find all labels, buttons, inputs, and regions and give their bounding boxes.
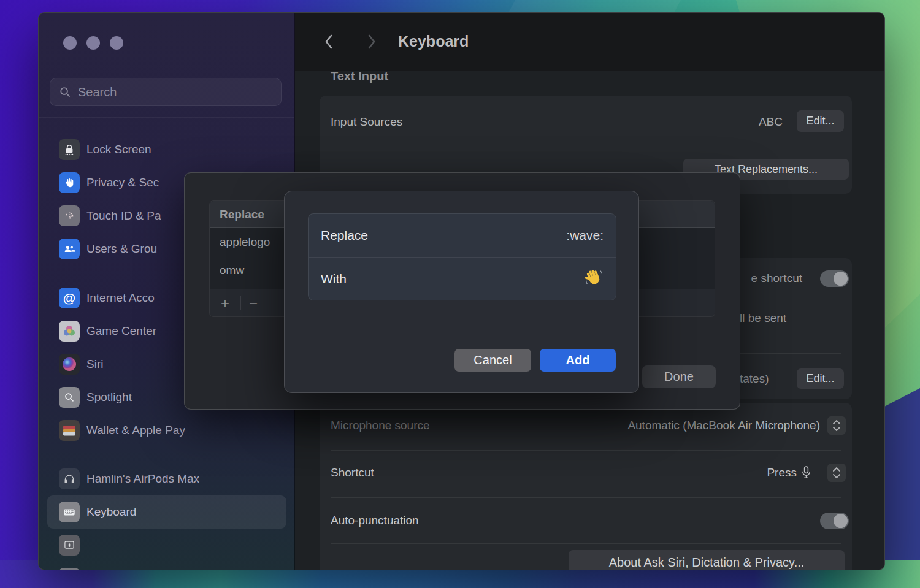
up-down-chevrons-icon (831, 419, 842, 432)
language-fragment-text: tates) (740, 372, 769, 386)
sidebar-item-label: Lock Screen (86, 143, 151, 156)
minimize-button[interactable] (86, 36, 100, 50)
forward-button[interactable] (362, 31, 381, 53)
sidebar-item-lock-screen[interactable]: Lock Screen (47, 133, 286, 166)
sidebar-item-label: Game Center (86, 324, 156, 338)
microphone-source-stepper[interactable] (827, 416, 846, 435)
wave-emoji-icon (584, 268, 604, 288)
input-sources-label: Input Sources (331, 115, 402, 129)
sidebar-item-label: Spotlight (86, 391, 132, 404)
microphone-source-label: Microphone source (331, 419, 430, 432)
search-icon (59, 86, 71, 98)
sidebar-item-label: Users & Grou (86, 242, 157, 256)
desktop: Search Lock Screen Privacy & Sec Touch I… (0, 0, 920, 588)
replace-field[interactable]: Replace :wave: (309, 214, 616, 257)
replacement-form: Replace :wave: With 👋 (308, 213, 616, 300)
game-center-icon (59, 321, 80, 342)
shortcut-label: Shortcut (331, 466, 374, 479)
hand-icon (59, 172, 80, 193)
shortcut-stepper[interactable] (827, 464, 846, 482)
sidebar-item-trackpad[interactable] (47, 529, 286, 562)
cancel-button[interactable]: Cancel (454, 349, 531, 372)
shortcut-fragment-text: e shortcut (751, 272, 802, 285)
sidebar-item-label: Hamlin's AirPods Max (86, 472, 199, 486)
auto-punctuation-label: Auto-punctuation (331, 514, 419, 527)
sidebar-item-partial[interactable] (47, 562, 286, 570)
up-down-chevrons-icon (831, 466, 842, 479)
remove-replacement-button[interactable]: − (244, 289, 263, 317)
sidebar-item-keyboard[interactable]: Keyboard (47, 495, 286, 529)
toggle-knob (834, 514, 848, 528)
replace-field-value: :wave: (566, 228, 604, 243)
search-input[interactable]: Search (50, 78, 282, 106)
page-title: Keyboard (398, 32, 469, 50)
replace-field-label: Replace (321, 228, 368, 243)
sidebar-item-wallet[interactable]: Wallet & Apple Pay (47, 414, 286, 447)
section-title: Text Input (331, 69, 388, 83)
done-button[interactable]: Done (642, 365, 716, 388)
zoom-button[interactable] (110, 36, 123, 50)
traffic-lights (63, 36, 123, 50)
with-field-value: 👋 (584, 268, 604, 290)
edit-input-sources-button[interactable]: Edit... (797, 110, 844, 132)
magnifier-icon (59, 387, 80, 408)
about-siri-dictation-privacy-button[interactable]: About Ask Siri, Dictation & Privacy... (569, 550, 845, 570)
add-replacement-dialog: Replace :wave: With 👋 (284, 191, 639, 393)
add-button[interactable]: Add (540, 349, 616, 372)
sidebar-item-label: Wallet & Apple Pay (86, 424, 185, 437)
with-field[interactable]: With 👋 (309, 257, 616, 300)
auto-punctuation-toggle[interactable] (820, 513, 849, 529)
microphone-source-value: Automatic (MacBook Air Microphone) (627, 419, 820, 432)
sidebar-item-airpods-max[interactable]: Hamlin's AirPods Max (47, 462, 286, 495)
app-icon (59, 568, 80, 570)
divider (240, 296, 241, 310)
with-field-label: With (321, 272, 347, 286)
at-sign-icon: @ (59, 288, 80, 308)
add-replacement-button[interactable]: + (216, 289, 234, 317)
chevron-right-icon (367, 34, 377, 50)
input-sources-value: ABC (759, 115, 783, 129)
divider (331, 148, 841, 148)
sidebar-item-label: Internet Acco (86, 291, 155, 305)
close-button[interactable] (63, 36, 77, 50)
sidebar-item-label: Keyboard (86, 505, 136, 519)
divider (331, 497, 841, 498)
fingerprint-icon (59, 205, 80, 226)
sidebar-item-label: Touch ID & Pa (86, 209, 161, 223)
users-icon (59, 239, 80, 259)
sidebar-item-label: Siri (86, 357, 103, 371)
divider (331, 450, 841, 451)
dictation-card: Microphone source Automatic (MacBook Air… (320, 403, 852, 570)
divider (331, 543, 841, 544)
dictation-toggle[interactable] (820, 270, 849, 287)
toolbar: Keyboard (295, 13, 884, 71)
shortcut-value: Press (767, 466, 797, 479)
edit-language-button[interactable]: Edit... (797, 368, 844, 389)
sidebar-divider (39, 117, 294, 118)
microphone-icon (802, 466, 811, 479)
lock-icon (59, 139, 80, 160)
sent-fragment-text: ll be sent (740, 311, 786, 325)
sidebar-item-label: Privacy & Sec (86, 176, 159, 189)
back-button[interactable] (320, 31, 338, 53)
siri-orb-icon (59, 354, 80, 375)
search-placeholder: Search (78, 85, 117, 99)
headphones-icon (59, 468, 80, 489)
toggle-knob (834, 272, 848, 286)
keyboard-icon (59, 502, 80, 522)
chevron-left-icon (324, 34, 334, 50)
wallet-icon (59, 420, 80, 441)
trackpad-icon (59, 535, 80, 556)
